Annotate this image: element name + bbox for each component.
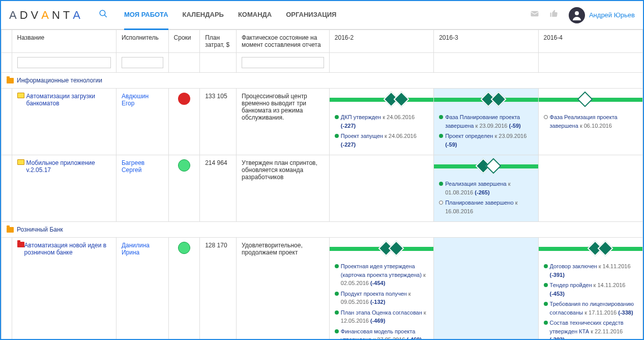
col-deadline[interactable]: Сроки	[168, 30, 200, 53]
table-header-row: Название Исполнитель Сроки План затрат, …	[2, 30, 643, 53]
table-row: Мобильное приложение v.2.05.17 Багреев С…	[2, 155, 643, 222]
user-name: Андрей Юрьев	[589, 11, 635, 19]
milestone-dot-icon	[544, 302, 548, 306]
task-name-link[interactable]: Мобильное приложение v.2.05.17	[26, 159, 111, 174]
logo: ADVANTA	[9, 9, 82, 22]
item-icon	[17, 93, 24, 98]
assignee-link[interactable]: Авдюшин Егор	[122, 93, 149, 107]
table-row: Автоматизации загрузки банкоматов Авдюши…	[2, 89, 643, 155]
gantt-q2	[329, 155, 433, 222]
milestone-dot-icon	[439, 134, 443, 138]
milestone: Планирование завершено к 16.08.2016	[439, 199, 533, 215]
project-table: Название Исполнитель Сроки План затрат, …	[1, 30, 643, 340]
user-menu[interactable]: Андрей Юрьев	[569, 7, 635, 23]
gantt-milestone-icon[interactable]	[393, 91, 409, 107]
deadline-status-icon	[178, 159, 190, 172]
milestone: Проект определен к 23.09.2016 (-59)	[439, 132, 533, 149]
milestone-dot-icon	[335, 115, 339, 119]
gantt-q4: Фаза Реализация проекта завершена к 06.1…	[538, 89, 642, 155]
item-icon	[17, 242, 24, 247]
col-expand	[2, 30, 12, 53]
milestone-dot-icon	[544, 115, 548, 119]
col-q4[interactable]: 2016-4	[538, 30, 642, 53]
milestone: Тендер пройден к 14.11.2016 (-453)	[544, 281, 637, 298]
milestone: Продукт проекта получен к 09.05.2016 (-1…	[335, 290, 428, 306]
milestone-dot-icon	[335, 134, 339, 138]
col-q2[interactable]: 2016-2	[329, 30, 433, 53]
gantt-q4: Договор заключен к 14.11.2016 (-391) Тен…	[538, 238, 642, 341]
milestone-dot-icon	[544, 264, 548, 268]
filter-assignee-input[interactable]	[122, 57, 163, 68]
gantt-milestone-icon[interactable]	[388, 240, 404, 256]
gantt-q3: Фаза Планирование проекта завершена к 23…	[434, 89, 538, 155]
col-status[interactable]: Фактическое состояние на момент составле…	[237, 30, 330, 53]
svg-line-1	[104, 15, 107, 17]
milestone: ДКП утвержден к 24.06.2016 (-227)	[335, 113, 428, 130]
status-text: Утвержден план спринтов, обновляется ком…	[237, 155, 330, 222]
milestone: Фаза Реализация проекта завершена к 06.1…	[544, 113, 637, 130]
group-row[interactable]: Розничный Банк	[2, 222, 643, 238]
milestone-dot-icon	[335, 264, 339, 268]
svg-point-0	[100, 10, 105, 16]
milestone-dot-icon	[439, 182, 443, 186]
gantt-q3	[434, 238, 538, 341]
gantt-q2: ДКП утвержден к 24.06.2016 (-227) Проект…	[329, 89, 433, 155]
milestone: Фаза Планирование проекта завершена к 23…	[439, 113, 533, 130]
task-name-link[interactable]: Автоматизации загрузки банкоматов	[26, 93, 111, 107]
nav-item[interactable]: КАЛЕНДАРЬ	[183, 1, 224, 30]
milestone: Состав технических средств утвержден КТА…	[544, 319, 637, 340]
cost-value: 214 964	[200, 155, 237, 222]
gantt-q4	[538, 155, 642, 222]
cost-value: 133 105	[200, 89, 237, 155]
milestone: Проектная идея утверждена (карточка прое…	[335, 262, 428, 288]
milestone-dot-icon	[335, 292, 339, 296]
nav-item[interactable]: КОМАНДА	[238, 1, 272, 30]
assignee-link[interactable]: Багреев Сергей	[122, 159, 144, 174]
app-header: ADVANTA МОЯ РАБОТАКАЛЕНДАРЬКОМАНДАОРГАНИ…	[1, 1, 643, 30]
col-name[interactable]: Название	[12, 30, 116, 53]
gantt-milestone-icon[interactable]	[597, 240, 613, 256]
search-icon[interactable]	[95, 5, 112, 25]
deadline-status-icon	[178, 93, 190, 105]
group-row[interactable]: Информационные технологии	[2, 73, 643, 89]
assignee-link[interactable]: Данилина Ирина	[122, 242, 150, 256]
col-assignee[interactable]: Исполнитель	[116, 30, 168, 53]
table-row: Автоматизация новой идеи в розничном бан…	[2, 238, 643, 341]
milestone-dot-icon	[439, 115, 443, 119]
milestone: Требования по лицензированию согласованы…	[544, 300, 637, 317]
status-text: Процессинговый центр временно выводит тр…	[237, 89, 330, 155]
milestone: План этапа Оценка согласован к 12.05.201…	[335, 308, 428, 325]
milestone-dot-icon	[335, 310, 339, 315]
status-text: Удовлетворительное, продолжаем проект	[237, 238, 330, 341]
mail-icon[interactable]	[530, 9, 539, 21]
milestone-dot-icon	[335, 329, 339, 333]
nav-item[interactable]: МОЯ РАБОТА	[124, 1, 168, 30]
folder-icon	[7, 78, 14, 83]
task-name-link[interactable]: Автоматизация новой идеи в розничном бан…	[24, 242, 111, 256]
gantt-q2: Проектная идея утверждена (карточка прое…	[329, 238, 433, 341]
milestone-dot-icon	[439, 201, 443, 205]
thumbs-up-icon[interactable]	[549, 9, 559, 21]
gantt-bar	[330, 98, 433, 102]
milestone: Реализация завершена к 01.08.2016 (-265)	[439, 180, 533, 196]
milestone-dot-icon	[544, 283, 548, 287]
gantt-milestone-icon[interactable]	[491, 91, 507, 107]
svg-rect-2	[531, 11, 538, 17]
milestone: Договор заключен к 14.11.2016 (-391)	[544, 262, 637, 279]
nav-item[interactable]: ОРГАНИЗАЦИЯ	[286, 1, 336, 30]
main-nav: МОЯ РАБОТАКАЛЕНДАРЬКОМАНДАОРГАНИЗАЦИЯ	[124, 1, 336, 30]
filter-status-input[interactable]	[242, 57, 324, 68]
item-icon	[17, 159, 24, 165]
avatar	[569, 7, 585, 23]
milestone: Проект запущен к 24.06.2016 (-227)	[335, 132, 428, 149]
deadline-status-icon	[178, 242, 190, 254]
svg-point-3	[575, 11, 579, 15]
gantt-milestone-icon[interactable]	[486, 158, 502, 174]
table-filter-row	[2, 53, 643, 73]
col-q3[interactable]: 2016-3	[434, 30, 538, 53]
milestone: Финансовая модель проекта утверждена к 2…	[335, 327, 428, 341]
filter-name-input[interactable]	[17, 57, 111, 68]
col-cost[interactable]: План затрат, $	[200, 30, 237, 53]
gantt-q3: Реализация завершена к 01.08.2016 (-265)…	[434, 155, 538, 222]
gantt-milestone-icon[interactable]	[577, 91, 593, 107]
